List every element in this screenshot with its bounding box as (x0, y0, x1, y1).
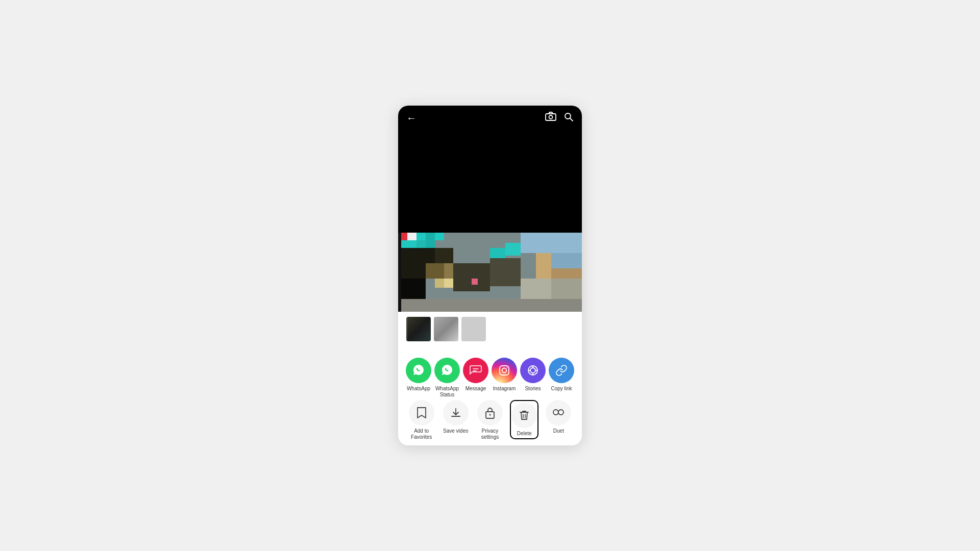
savevideo-icon-circle (443, 400, 469, 425)
back-icon[interactable]: ← (406, 112, 416, 124)
svg-rect-24 (536, 253, 551, 279)
camera-icon[interactable] (545, 112, 556, 124)
whatsapp-label: WhatsApp (407, 386, 430, 392)
search-icon[interactable] (564, 112, 574, 124)
thumbnail-3[interactable] (461, 317, 486, 341)
svg-rect-19 (444, 279, 453, 288)
svg-point-36 (530, 368, 535, 373)
phone-frame: ← (398, 106, 582, 445)
share-whatsapp-status[interactable]: WhatsApp Status (433, 358, 461, 398)
message-label: Message (465, 386, 486, 392)
whatsapp-status-icon-circle (434, 358, 460, 383)
svg-rect-0 (546, 114, 556, 120)
thumbnail-1[interactable] (406, 317, 431, 341)
copylink-icon-circle (549, 358, 574, 383)
thumbnail-2[interactable] (434, 317, 458, 341)
svg-line-3 (570, 118, 573, 121)
svg-point-34 (507, 367, 508, 368)
svg-rect-28 (472, 279, 478, 285)
share-whatsapp[interactable]: WhatsApp (404, 358, 433, 392)
svg-rect-32 (500, 366, 509, 375)
share-copylink[interactable]: Copy link (547, 358, 576, 392)
svg-rect-21 (505, 243, 521, 256)
share-privacy[interactable]: Privacy settings (476, 400, 504, 440)
share-row-1: WhatsApp WhatsApp Status (404, 358, 576, 398)
svg-rect-22 (521, 233, 582, 253)
svg-point-1 (549, 115, 553, 119)
svg-rect-18 (435, 279, 444, 288)
favorites-icon-circle (409, 400, 434, 425)
svg-rect-6 (407, 233, 416, 240)
svg-rect-31 (398, 299, 582, 312)
svg-point-42 (489, 414, 491, 416)
stories-icon-circle (520, 358, 546, 383)
share-stories[interactable]: Stories (519, 358, 547, 392)
svg-rect-20 (490, 248, 505, 258)
whatsapp-status-label: WhatsApp Status (433, 386, 461, 398)
share-message[interactable]: Message (461, 358, 490, 392)
svg-rect-10 (416, 240, 426, 248)
share-delete[interactable]: Delete (510, 400, 538, 439)
duet-label: Duet (553, 428, 564, 434)
savevideo-label: Save video (443, 428, 468, 434)
share-section: WhatsApp WhatsApp Status (398, 353, 582, 445)
svg-rect-26 (453, 263, 490, 291)
svg-rect-14 (435, 248, 453, 263)
top-bar-right (545, 112, 574, 124)
stories-label: Stories (525, 386, 541, 392)
svg-rect-12 (435, 233, 444, 240)
svg-rect-23 (551, 253, 582, 268)
share-row-2: Add to Favorites Save video (404, 400, 576, 440)
share-favorites[interactable]: Add to Favorites (407, 400, 436, 440)
video-area (398, 131, 582, 233)
copylink-label: Copy link (551, 386, 572, 392)
svg-rect-11 (426, 233, 435, 248)
instagram-icon-circle (492, 358, 517, 383)
image-area (398, 233, 582, 312)
share-duet[interactable]: Duet (544, 400, 573, 434)
instagram-label: Instagram (493, 386, 516, 392)
svg-point-46 (558, 410, 564, 415)
favorites-label: Add to Favorites (407, 428, 436, 440)
svg-rect-29 (521, 279, 551, 299)
svg-rect-7 (416, 233, 426, 240)
top-bar: ← (398, 106, 582, 131)
privacy-icon-circle (477, 400, 503, 425)
duet-icon-circle (546, 400, 571, 425)
share-savevideo[interactable]: Save video (442, 400, 470, 434)
svg-rect-15 (398, 279, 426, 299)
svg-point-45 (553, 410, 558, 415)
delete-label: Delete (517, 431, 532, 437)
share-instagram[interactable]: Instagram (490, 358, 519, 392)
delete-icon-circle (511, 403, 537, 428)
svg-rect-16 (426, 263, 444, 279)
whatsapp-icon-circle (406, 358, 431, 383)
privacy-label: Privacy settings (476, 428, 504, 440)
svg-point-33 (502, 368, 507, 373)
svg-rect-27 (490, 258, 521, 286)
message-icon-circle (463, 358, 488, 383)
svg-rect-9 (407, 240, 416, 248)
thumbnails-row (398, 312, 582, 346)
